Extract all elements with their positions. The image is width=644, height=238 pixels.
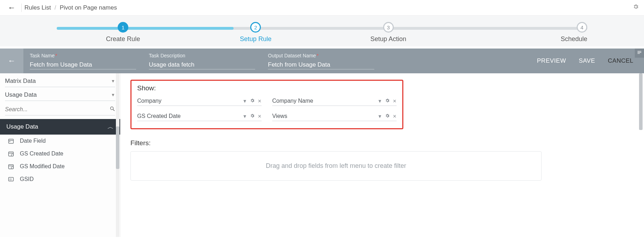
show-fields-box: Show: Company ▼ ✕ Company Name ▼ ✕ GS Cr… [130,80,403,129]
output-dataset-field: Output Dataset Name* [262,49,381,73]
field-label: GS Modified Date [20,163,65,170]
category-usage-data[interactable]: Usage Data ︿ [0,119,120,135]
step-number: 2 [250,22,261,33]
fields-sidebar: Matrix Data ▼ Usage Data ▼ Usage Data ︿ … [0,73,121,237]
output-dataset-input[interactable] [268,61,374,69]
cancel-button[interactable]: CANCEL [608,57,633,64]
source-select-1[interactable]: Matrix Data ▼ [5,78,115,87]
caret-down-icon[interactable]: ▼ [377,114,382,119]
settings-gear-icon[interactable] [633,4,639,12]
expand-sidepanel-icon[interactable] [635,49,644,58]
caret-down-icon: ▼ [111,79,115,84]
calendar-clock-icon [7,150,15,157]
field-item-gs-modified-date[interactable]: GS Modified Date [0,160,120,173]
source-select-2-value: Usage Data [5,91,111,98]
field-search-input[interactable] [5,106,110,113]
calendar-clock-icon [7,163,15,170]
chip-label: Company [137,98,240,104]
task-back-button[interactable]: ← [0,49,23,73]
divider [21,4,22,12]
gear-icon[interactable] [250,113,255,119]
field-label: Date Field [20,138,46,144]
field-item-date-field[interactable]: Date Field [0,135,120,147]
output-dataset-label: Output Dataset Name [268,53,316,58]
gear-icon[interactable] [385,113,390,119]
task-desc-label: Task Description [149,53,255,58]
step-setup-rule[interactable]: 2 Setup Rule [189,22,322,43]
step-label: Setup Rule [240,35,271,43]
step-number: 1 [118,22,128,33]
task-config-bar: ← Task Name* Task Description Output Dat… [0,49,644,73]
task-desc-input[interactable] [149,61,255,69]
filters-section-title: Filters: [130,139,634,147]
caret-down-icon[interactable]: ▼ [377,98,382,104]
chevron-up-icon: ︿ [107,123,114,131]
svg-text:ID: ID [10,178,12,181]
calendar-icon [7,137,15,144]
task-name-field: Task Name* [23,49,142,73]
caret-down-icon: ▼ [111,92,115,97]
breadcrumb-root[interactable]: Rules List [24,4,51,11]
main-scrollbar[interactable] [639,73,643,237]
step-label: Create Rule [106,35,140,43]
source-select-2[interactable]: Usage Data ▼ [5,91,115,101]
category-label: Usage Data [6,123,38,130]
remove-icon[interactable]: ✕ [258,98,262,104]
rule-canvas: Show: Company ▼ ✕ Company Name ▼ ✕ GS Cr… [121,73,644,237]
remove-icon[interactable]: ✕ [258,114,262,119]
back-arrow[interactable]: ← [5,2,18,14]
remove-icon[interactable]: ✕ [393,114,397,119]
show-field-views[interactable]: Views ▼ ✕ [272,112,397,121]
search-icon[interactable] [110,106,115,113]
field-label: GSID [20,176,34,182]
svg-rect-4 [10,141,10,142]
id-icon: ID [7,176,15,183]
task-desc-field: Task Description [142,49,262,73]
save-button[interactable]: SAVE [579,57,595,64]
gear-icon[interactable] [385,98,390,104]
svg-point-7 [11,154,13,156]
show-field-gs-created-date[interactable]: GS Created Date ▼ ✕ [137,112,262,121]
svg-line-1 [113,109,114,111]
step-schedule[interactable]: 4 Schedule [455,22,587,43]
chip-label: Company Name [272,98,375,104]
gear-icon[interactable] [250,98,255,104]
sidebar-scrollbar[interactable] [116,73,119,237]
field-label: GS Created Date [20,151,63,157]
step-number: 4 [577,22,587,33]
caret-down-icon[interactable]: ▼ [242,98,247,104]
task-name-input[interactable] [30,61,136,69]
step-create-rule[interactable]: 1 Create Rule [57,22,189,43]
filters-dropzone[interactable]: Drag and drop fields from left menu to c… [130,151,542,181]
step-label: Schedule [561,35,587,43]
remove-icon[interactable]: ✕ [393,98,397,104]
breadcrumb: Rules List / Pivot on Page names [24,4,117,11]
step-label: Setup Action [370,35,406,43]
source-select-1-value: Matrix Data [5,78,111,85]
chip-label: GS Created Date [137,113,240,119]
wizard-stepper: 1 Create Rule 2 Setup Rule 3 Setup Actio… [57,22,587,43]
task-name-label: Task Name [30,53,55,58]
chip-label: Views [272,113,375,119]
show-field-company-name[interactable]: Company Name ▼ ✕ [272,96,397,106]
show-section-title: Show: [137,84,397,92]
breadcrumb-sep: / [55,4,56,11]
svg-point-0 [111,107,113,110]
preview-button[interactable]: PREVIEW [537,57,566,64]
svg-rect-2 [9,139,13,143]
field-search [5,106,115,115]
filters-placeholder-text: Drag and drop fields from left menu to c… [266,162,406,169]
step-number: 3 [383,22,394,33]
field-item-gs-created-date[interactable]: GS Created Date [0,147,120,160]
show-field-company[interactable]: Company ▼ ✕ [137,96,262,106]
caret-down-icon[interactable]: ▼ [242,114,247,119]
step-setup-action[interactable]: 3 Setup Action [322,22,455,43]
breadcrumb-current: Pivot on Page names [60,4,117,11]
field-item-gsid[interactable]: ID GSID [0,173,120,186]
svg-point-10 [11,167,13,169]
